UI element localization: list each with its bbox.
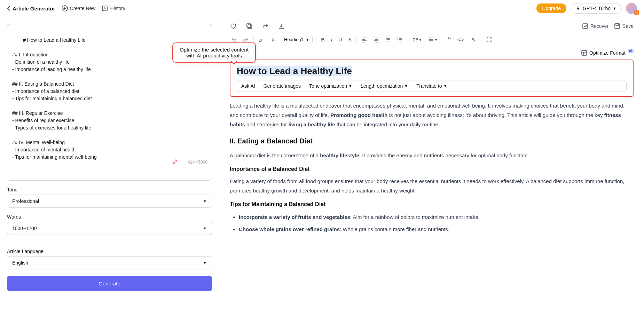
char-count: 414 / 5000 [172,147,207,178]
section-heading: II. Eating a Balanced Diet [230,135,634,147]
ask-ai-button[interactable]: Ask AI [241,83,255,89]
article-content[interactable]: How to Lead a Healthy Life Ask AI Genera… [219,60,644,331]
article-body[interactable]: Leading a healthy life is a multifaceted… [230,101,634,234]
chevron-down-icon: ▼ [613,6,616,10]
save-button[interactable]: Save [614,23,634,29]
fullscreen-button[interactable] [485,36,493,43]
download-button[interactable] [278,23,285,30]
align-center-button[interactable] [372,36,380,43]
unordered-list-button[interactable] [396,36,404,43]
svg-rect-2 [248,25,252,29]
align-button[interactable]: ▼ [427,36,439,43]
callout-tooltip: Optimize the selected content with AI pr… [219,42,256,63]
chevron-down-icon: ▼ [203,226,207,230]
length-optimization-button[interactable]: Length optimization ▼ [361,83,408,89]
align-left-button[interactable] [360,36,369,43]
svg-point-9 [398,38,398,39]
line-height-button[interactable]: ▼ [411,36,424,43]
svg-rect-6 [616,24,619,25]
svg-rect-5 [615,24,620,29]
heart-icon [230,23,237,30]
generate-images-button[interactable]: Generate images [264,83,301,89]
redo-button[interactable] [242,36,250,43]
create-new-button[interactable]: Create New [62,5,96,11]
words-label: Words [7,214,212,220]
brush-icon [172,147,186,178]
save-icon [614,23,620,29]
svg-rect-12 [582,50,587,55]
recover-icon [582,23,588,29]
ai-badge: AI [628,49,634,53]
list-item: Choose whole grains over refined grains:… [239,224,634,234]
sub-heading: Tips for Maintaining a Balanced Diet [230,199,634,210]
editor-toolbar: Heading1 ▼ B I U S 12 ▼ ▼ “ </> [219,33,644,46]
ai-toolbar: Ask AI Generate images Tone optimization… [237,80,627,92]
svg-text:2: 2 [386,38,387,40]
ai-selection-box: How to Lead a Healthy Life Ask AI Genera… [230,60,634,97]
left-panel: # How to Lead a Healthy Life ## I. Intro… [0,17,219,331]
copy-icon [246,23,253,30]
download-icon [278,23,285,30]
link-button[interactable] [469,36,478,43]
tone-label: Tone [7,187,212,192]
tone-optimization-button[interactable]: Tone optimization ▼ [309,83,352,89]
right-panel: Optimize the selected content with AI pr… [219,17,644,331]
translate-button[interactable]: Translate to ▼ [416,83,447,89]
tone-select[interactable]: Professional ▼ [7,195,212,208]
svg-point-10 [398,39,398,40]
discount-badge: % [634,10,639,15]
avatar[interactable]: % [626,3,637,14]
chevron-down-icon: ▼ [203,199,207,203]
copy-button[interactable] [246,23,253,30]
language-label: Article Language [7,249,212,254]
upgrade-button[interactable]: Upgrade [536,3,566,13]
list-item: Incorporate a variety of fruits and vege… [239,212,634,222]
page-title: Article Generator [13,6,55,11]
undo-button[interactable] [230,36,238,43]
quote-button[interactable]: “ [447,35,453,44]
topbar: Article Generator Create New History Upg… [0,0,644,17]
plus-circle-icon [62,5,68,11]
sub-heading: Importance of a Balanced Diet [230,164,634,174]
history-icon [102,5,108,11]
back-button[interactable]: Article Generator [7,6,55,11]
format-paint-button[interactable] [257,36,266,43]
code-button[interactable]: </> [456,36,466,43]
article-title[interactable]: How to Lead a Healthy Life [237,66,352,76]
model-selector[interactable]: GPT-4 Turbo ▼ [571,3,622,14]
favorite-button[interactable] [230,23,237,30]
history-button[interactable]: History [102,5,125,11]
chevron-down-icon: ▼ [306,38,309,42]
share-icon [262,23,269,30]
bolt-icon [576,6,581,11]
generate-button[interactable]: Generate [7,276,212,291]
layout-icon [581,50,587,56]
svg-point-11 [398,41,398,41]
clear-format-button[interactable] [269,36,277,43]
ordered-list-button[interactable]: 12 [384,36,392,43]
optimize-format-button[interactable]: Optimize Format AI [581,50,634,56]
bold-button[interactable]: B [320,36,326,43]
share-button[interactable] [262,23,269,30]
svg-rect-4 [583,24,588,29]
language-select[interactable]: English ▼ [7,256,212,269]
words-select[interactable]: 1000~1200 ▼ [7,222,212,235]
strike-button[interactable]: S [347,36,353,43]
underline-button[interactable]: U [337,36,344,43]
heading-select[interactable]: Heading1 ▼ [281,36,313,43]
chevron-down-icon: ▼ [203,261,207,265]
italic-button[interactable]: I [330,36,334,43]
recover-button[interactable]: Recover [582,23,608,29]
chevron-left-icon [7,6,10,11]
svg-rect-3 [247,24,251,27]
